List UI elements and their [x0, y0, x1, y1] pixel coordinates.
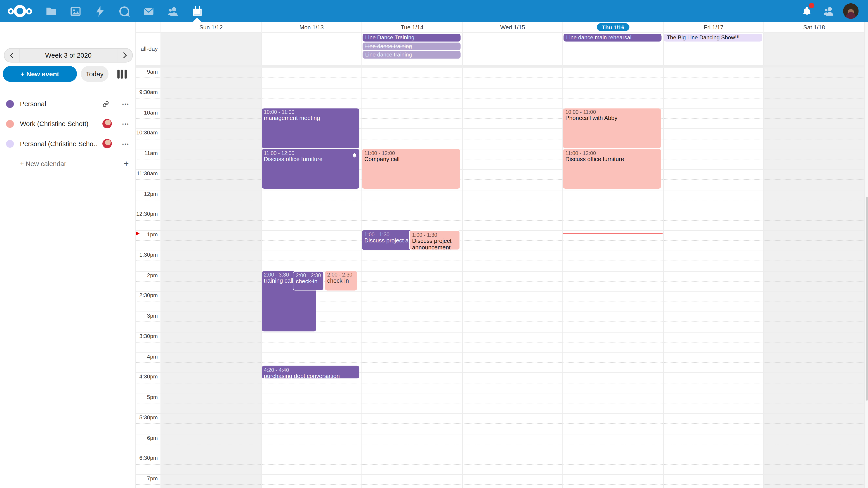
slot-dotted-line [135, 180, 864, 180]
event[interactable]: 11:00 - 12:00Discuss office furniture [563, 149, 661, 189]
event-title: purchasing dept conversation [264, 373, 357, 379]
slot-dotted-line [135, 281, 864, 282]
share-link-icon[interactable] [101, 99, 111, 109]
event-time: 10:00 - 11:00 [565, 109, 659, 115]
slot-dotted-line [135, 423, 864, 424]
column-border [462, 32, 463, 65]
calendar-list-item[interactable]: Personal●●● [0, 94, 135, 114]
event-title: Discuss office furniture [565, 156, 659, 162]
calendar-actions-menu[interactable]: ●●● [119, 134, 132, 154]
slot-dotted-line [135, 119, 864, 119]
weekend-shading [764, 68, 864, 488]
previous-week-button[interactable] [4, 49, 20, 62]
time-label: 9am [135, 69, 158, 75]
day-header-thu[interactable]: Thu 1/16 [563, 22, 663, 32]
event-time: 1:00 - 1:30 [412, 232, 457, 238]
nextcloud-logo-icon[interactable] [8, 4, 32, 18]
files-icon[interactable] [44, 4, 58, 18]
calendar-name: Personal (Christine Scho… [20, 134, 97, 154]
active-app-caret [193, 18, 202, 22]
week-view-toggle-icon[interactable] [115, 68, 129, 79]
event[interactable]: 2:00 - 2:30check-in [325, 271, 357, 291]
calendar-icon[interactable] [190, 4, 204, 18]
logo-right-circle [26, 8, 32, 14]
talk-icon[interactable] [117, 4, 131, 18]
slot-dotted-line [135, 342, 864, 343]
calendar-actions-menu[interactable]: ●●● [119, 94, 132, 114]
nextcloud-calendar-app: Week 3 of 2020 + New event Today Persona… [0, 0, 868, 488]
allday-event[interactable]: The Big Line Dancing Show!!! [664, 34, 762, 42]
slot-line [135, 454, 864, 454]
calendar-color-dot [6, 120, 14, 128]
calendar-actions-menu[interactable]: ●●● [119, 114, 132, 134]
notifications-bell-icon[interactable] [800, 4, 813, 18]
slot-dotted-line [135, 139, 864, 139]
contacts-menu-icon[interactable] [822, 4, 835, 18]
logo-left-circle [8, 8, 14, 14]
slot-line [135, 129, 864, 129]
day-header-tue[interactable]: Tue 1/14 [362, 22, 462, 32]
slot-line [135, 393, 864, 393]
weekend-shading [160, 32, 261, 65]
vertical-scrollbar[interactable] [864, 22, 868, 488]
day-header-sun[interactable]: Sun 1/12 [160, 22, 261, 32]
user-avatar[interactable] [843, 3, 859, 19]
calendar-color-dot [6, 100, 14, 108]
event[interactable]: 11:00 - 12:00Company call [362, 149, 460, 189]
scrollbar-thumb[interactable] [866, 197, 868, 400]
slot-dotted-line [135, 220, 864, 221]
calendar-list-item[interactable]: Personal (Christine Scho…●●● [0, 134, 135, 154]
weekend-shading [764, 32, 864, 65]
time-label: 12pm [135, 191, 158, 197]
slot-line [135, 291, 864, 292]
mail-icon[interactable] [142, 4, 155, 18]
week-label[interactable]: Week 3 of 2020 [20, 49, 117, 62]
time-label: 3:30pm [135, 333, 158, 339]
event[interactable]: 10:00 - 11:00management meeting [261, 108, 359, 148]
new-calendar-button[interactable]: + New calendar+ [0, 154, 135, 174]
photos-icon[interactable] [69, 4, 82, 18]
event[interactable]: 10:00 - 11:00Phonecall with Abby [563, 108, 661, 148]
calendar-list-item[interactable]: Work (Christine Schott)●●● [0, 114, 135, 134]
alarm-bell-icon [352, 151, 357, 160]
calendar-owner-avatar [102, 119, 112, 129]
event-time: 11:00 - 12:00 [565, 150, 659, 156]
day-header-fri[interactable]: Fri 1/17 [663, 22, 764, 32]
event-title: Discuss office furniture [264, 156, 357, 162]
time-label: 2pm [135, 272, 158, 278]
day-header-sat[interactable]: Sat 1/18 [764, 22, 864, 32]
time-label: 4:30pm [135, 374, 158, 380]
notification-badge [809, 3, 814, 8]
event[interactable]: 11:00 - 12:00Discuss office furniture [261, 149, 359, 189]
all-day-divider [135, 65, 864, 68]
top-bar [0, 0, 868, 22]
event[interactable]: 1:00 - 1:30Discuss project announcement [362, 230, 413, 250]
event[interactable]: 2:00 - 2:30check-in [293, 271, 324, 291]
time-label: 6pm [135, 435, 158, 441]
calendar-owner-avatar [102, 139, 112, 149]
slot-dotted-line [135, 444, 864, 444]
allday-event[interactable]: Line Dance Training [362, 34, 461, 42]
next-week-button[interactable] [117, 49, 132, 62]
allday-event[interactable]: Line dance training [362, 42, 461, 51]
event[interactable]: 1:00 - 1:30Discuss project announcement [409, 230, 460, 250]
contacts-icon[interactable] [166, 4, 180, 18]
activity-icon[interactable] [93, 4, 106, 18]
day-header-mon[interactable]: Mon 1/13 [261, 22, 362, 32]
allday-event[interactable]: Line dance training [362, 51, 461, 59]
event[interactable]: 4:20 - 4:40purchasing dept conversation [261, 366, 359, 379]
column-border [462, 68, 463, 488]
slot-dotted-line [135, 301, 864, 302]
time-label: 11:30am [135, 170, 158, 176]
event-time: 2:00 - 2:30 [327, 271, 355, 278]
new-event-button[interactable]: + New event [3, 66, 77, 82]
allday-event[interactable]: Line dance main rehearsal [563, 34, 662, 42]
calendar-week-view: Sun 1/12Mon 1/13Tue 1/14Wed 1/15Thu 1/16… [135, 22, 868, 488]
time-label: 1:30pm [135, 252, 158, 258]
slot-dotted-line [135, 200, 864, 200]
day-header-wed[interactable]: Wed 1/15 [462, 22, 563, 32]
today-button[interactable]: Today [81, 66, 108, 82]
event-time: 4:20 - 4:40 [264, 366, 357, 373]
all-day-label: all-day [135, 32, 160, 65]
screen: Week 3 of 2020 + New event Today Persona… [0, 0, 868, 488]
